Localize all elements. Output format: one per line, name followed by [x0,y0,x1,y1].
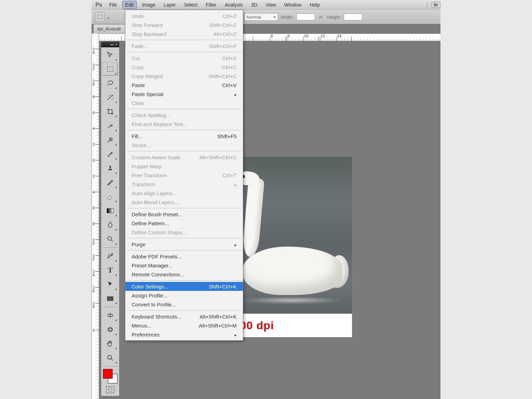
menu-item-menus[interactable]: Menus...Alt+Shift+Ctrl+M [125,321,243,330]
menu-item-cut: CutCtrl+X [125,54,243,63]
menu-item-label: Menus... [132,323,152,329]
collapse-icon[interactable]: ◂◂ [110,43,114,46]
menu-item-paste[interactable]: PasteCtrl+V [125,80,243,89]
menu-item-define-custom-shape: Define Custom Shape... [125,228,243,237]
vertical-ruler: 1 41 21 08642024681 01 21 41 61 82 [92,34,99,399]
menu-item-label: Paste Special [132,91,163,97]
menu-item-label: Step Backward [132,31,167,37]
menu-edit[interactable]: Edit [122,1,137,9]
menu-item-fill[interactable]: Fill...Shift+F5 [125,132,243,141]
spot-heal-tool-icon[interactable] [103,133,118,146]
tool-preset-dropdown-icon[interactable] [107,15,111,19]
menu-item-remote-connections[interactable]: Remote Connections... [125,270,243,279]
width-input[interactable] [296,13,315,20]
crop-tool-icon[interactable] [103,105,118,118]
menu-item-paste-special[interactable]: Paste Special [125,89,243,98]
menu-view[interactable]: View [263,1,279,9]
menu-item-copy-merged: Copy MergedShift+Ctrl+C [125,72,243,80]
menu-item-keyboard-shortcuts[interactable]: Keyboard Shortcuts...Alt+Shift+Ctrl+K [125,312,243,321]
gradient-tool-icon[interactable] [103,204,118,217]
hand-tool-icon[interactable] [103,337,118,350]
current-tool-icon[interactable] [95,12,105,22]
menu-item-convert-to-profile[interactable]: Convert to Profile... [125,300,243,309]
menu-filter[interactable]: Filter [203,1,220,9]
menu-window[interactable]: Window [281,1,305,9]
dodge-tool-icon[interactable] [103,232,118,246]
marquee-tool-icon[interactable] [103,63,118,76]
move-tool-icon[interactable] [103,48,118,61]
type-tool-icon[interactable]: T [103,264,118,277]
menu-item-undo: UndoCtrl+Z [125,11,243,20]
3d-orbit-tool-icon[interactable] [103,323,118,336]
clone-stamp-tool-icon[interactable] [103,162,118,175]
menu-separator [127,40,241,40]
submenu-arrow-icon [235,181,237,187]
menu-item-label: Define Pattern... [132,220,169,226]
menu-item-shortcut: Shift+Ctrl+C [208,73,237,79]
menu-separator [127,151,241,151]
submenu-arrow-icon [235,241,237,247]
menu-item-color-settings[interactable]: Color Settings...Shift+Ctrl+K [125,282,243,291]
menu-item-label: Find and Replace Text... [132,121,187,127]
menu-item-label: Preferences [132,332,160,338]
menu-file[interactable]: File [106,1,120,9]
menu-item-label: Fade... [132,43,148,49]
rectangle-tool-icon[interactable] [103,292,118,305]
height-input[interactable] [344,13,362,20]
history-brush-tool-icon[interactable] [103,176,118,189]
document-tab[interactable]: dpi_illustrati [93,24,126,34]
submenu-arrow-icon [235,332,237,338]
color-swatches[interactable] [102,368,118,384]
menu-item-define-brush-preset[interactable]: Define Brush Preset... [125,210,243,219]
menu-item-label: Adobe PDF Presets... [132,254,182,259]
menu-separator [127,250,241,250]
menu-help[interactable]: Help [307,1,323,9]
menu-item-shortcut: Ctrl+T [222,172,237,178]
menu-item-label: Auto-Align Layers... [132,190,177,196]
menu-item-content-aware-scale: Content-Aware ScaleAlt+Shift+Ctrl+C [125,153,243,162]
quick-mask-icon[interactable] [106,386,114,393]
blur-tool-icon[interactable] [103,218,118,231]
menu-item-label: Remote Connections... [132,272,184,277]
menu-item-label: Step Forward [132,22,163,28]
toolbox-panel: ◂◂ ✕ [101,41,120,396]
close-icon[interactable]: ✕ [115,43,118,46]
menu-item-preset-manager[interactable]: Preset Manager... [125,261,243,270]
menu-item-adobe-pdf-presets[interactable]: Adobe PDF Presets... [125,252,243,261]
style-dropdown[interactable]: Normal ▾ [244,13,278,21]
menu-item-label: Preset Manager... [132,263,172,268]
menu-item-shortcut: Shift+Ctrl+F [209,43,237,49]
menu-item-assign-profile[interactable]: Assign Profile... [125,291,243,300]
3d-rotate-tool-icon[interactable] [103,309,118,322]
foreground-color-swatch[interactable] [103,369,113,379]
menu-item-label: Copy [132,64,144,70]
toolbox-header[interactable]: ◂◂ ✕ [101,42,119,47]
menu-analysis[interactable]: Analysis [222,1,246,9]
pen-tool-icon[interactable] [103,249,118,263]
zoom-tool-icon[interactable] [103,351,118,364]
bridge-button[interactable]: Br [431,2,440,8]
magic-wand-tool-icon[interactable] [103,91,118,104]
menu-image[interactable]: Image [139,1,159,9]
menu-item-free-transform: Free TransformCtrl+T [125,171,243,180]
lasso-tool-icon[interactable] [103,77,118,90]
menu-item-label: Define Custom Shape... [132,229,187,235]
swap-dimensions-icon[interactable]: ⇄ [318,14,324,20]
menu-item-step-backward: Step BackwardAlt+Ctrl+Z [125,29,243,38]
menu-3d[interactable]: 3D [248,1,260,9]
menu-item-define-pattern[interactable]: Define Pattern... [125,219,243,228]
svg-point-1 [108,237,112,240]
menu-item-preferences[interactable]: Preferences [125,330,243,339]
app-logo: Ps [94,2,104,8]
menu-separator [127,280,241,281]
brush-tool-icon[interactable] [103,148,118,161]
menu-select[interactable]: Select [181,1,201,9]
menu-item-label: Purge [132,241,145,247]
menu-item-shortcut: Ctrl+C [222,64,237,70]
eyedropper-tool-icon[interactable] [103,119,118,132]
eraser-tool-icon[interactable] [103,190,118,203]
menu-layer[interactable]: Layer [161,1,179,9]
menu-item-purge[interactable]: Purge [125,240,243,249]
path-select-tool-icon[interactable] [103,278,118,291]
menu-item-shortcut: Shift+Ctrl+Z [209,22,237,28]
